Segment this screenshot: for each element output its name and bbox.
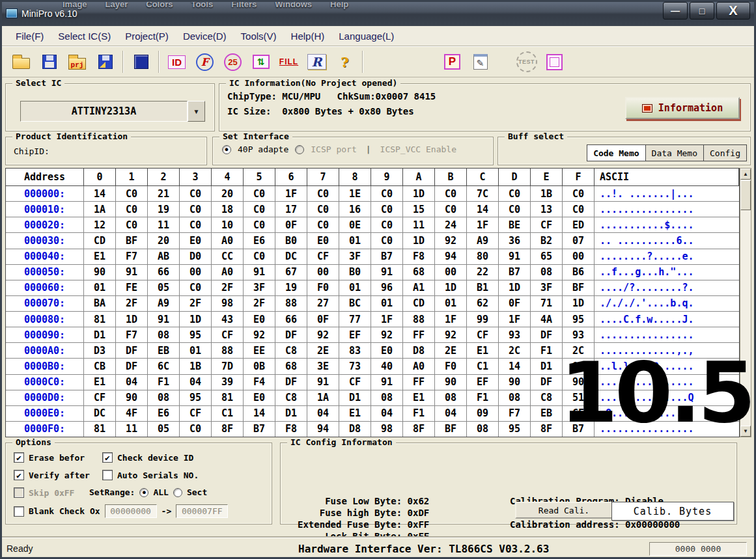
hex-byte[interactable]: 91 — [499, 249, 531, 264]
hex-byte[interactable]: A9 — [148, 296, 180, 311]
hex-byte[interactable]: B7 — [244, 422, 275, 437]
hex-byte[interactable]: 00 — [435, 265, 467, 280]
hex-byte[interactable]: 94 — [435, 249, 467, 264]
hex-byte[interactable]: 90 — [84, 265, 116, 280]
hex-byte[interactable]: 27 — [307, 296, 339, 311]
menu-item[interactable]: Project(P) — [118, 27, 176, 45]
buffer-tab[interactable]: Code Memo — [587, 144, 645, 161]
hex-byte[interactable]: CD — [403, 296, 435, 311]
hex-byte[interactable]: 1D — [403, 233, 435, 248]
hex-byte[interactable]: 11 — [148, 217, 180, 232]
hex-byte[interactable]: 95 — [499, 422, 531, 437]
hex-byte[interactable]: 96 — [371, 280, 403, 295]
hex-byte[interactable]: 92 — [435, 327, 467, 342]
hex-byte[interactable]: E1 — [339, 406, 371, 421]
hex-byte[interactable]: D8 — [403, 343, 435, 358]
hex-byte[interactable]: 2F — [116, 296, 148, 311]
hex-address[interactable]: 000040: — [6, 249, 84, 264]
hex-byte[interactable]: E1 — [84, 375, 116, 390]
hex-byte[interactable]: 2F — [212, 280, 244, 295]
hex-byte[interactable]: 92 — [307, 327, 339, 342]
hex-byte[interactable]: ED — [563, 217, 595, 232]
hex-byte[interactable]: C0 — [180, 186, 212, 201]
hex-byte[interactable]: 20 — [148, 233, 180, 248]
hex-byte[interactable]: B6 — [563, 265, 595, 280]
hex-byte[interactable]: 1B — [531, 186, 563, 201]
hex-byte[interactable]: 98 — [371, 422, 403, 437]
hex-address[interactable]: 000050: — [6, 265, 84, 280]
hex-byte[interactable]: 3F — [339, 249, 371, 264]
hex-byte[interactable]: 8F — [212, 422, 244, 437]
hex-byte[interactable]: 07 — [563, 233, 595, 248]
hex-byte[interactable]: C0 — [244, 202, 275, 217]
hex-byte[interactable]: C0 — [180, 422, 212, 437]
hex-byte[interactable]: C0 — [180, 202, 212, 217]
hex-byte[interactable]: 05 — [148, 280, 180, 295]
hex-byte[interactable]: 04 — [371, 406, 403, 421]
hex-byte[interactable]: CB — [84, 359, 116, 374]
hex-byte[interactable]: DF — [116, 359, 148, 374]
hex-byte[interactable]: DF — [531, 327, 563, 342]
hex-byte[interactable]: 93 — [563, 327, 595, 342]
hex-byte[interactable]: 83 — [339, 343, 371, 358]
hex-byte[interactable]: F1 — [467, 390, 499, 405]
device-button[interactable] — [127, 48, 155, 75]
check-device-id-checkbox[interactable]: ✔ — [102, 452, 113, 463]
hex-byte[interactable]: D8 — [339, 422, 371, 437]
hex-byte[interactable]: 95 — [180, 390, 212, 405]
open-project-button[interactable]: prj — [63, 48, 91, 75]
hex-byte[interactable]: C1 — [212, 406, 244, 421]
hex-byte[interactable]: DC — [275, 249, 307, 264]
hex-byte[interactable]: F0 — [307, 280, 339, 295]
hex-byte[interactable]: 7C — [467, 186, 499, 201]
hex-byte[interactable]: 1D — [499, 280, 531, 295]
hex-byte[interactable]: E0 — [307, 233, 339, 248]
hex-byte[interactable]: 17 — [275, 202, 307, 217]
skip-0xff-checkbox[interactable] — [14, 487, 24, 498]
hex-byte[interactable]: 98 — [212, 296, 244, 311]
hex-byte[interactable]: 88 — [403, 312, 435, 327]
hex-byte[interactable]: 1D — [403, 186, 435, 201]
hex-address[interactable]: 0000C0: — [6, 375, 84, 390]
hex-byte[interactable]: 00 — [307, 265, 339, 280]
range-sect-radio[interactable] — [173, 488, 182, 497]
hex-byte[interactable]: F1 — [403, 406, 435, 421]
hex-address[interactable]: 000090: — [6, 327, 84, 342]
hex-byte[interactable]: C0 — [435, 186, 467, 201]
hex-byte[interactable]: 1B — [180, 359, 212, 374]
hex-byte[interactable]: 08 — [499, 390, 531, 405]
menu-item[interactable]: Help(H) — [284, 27, 332, 45]
hex-byte[interactable]: 14 — [84, 186, 116, 201]
hex-address[interactable]: 0000A0: — [6, 343, 84, 358]
hex-byte[interactable]: CF — [467, 327, 499, 342]
hex-address[interactable]: 0000F0: — [6, 422, 84, 437]
hex-byte[interactable]: 12 — [84, 217, 116, 232]
hex-byte[interactable]: CF — [212, 327, 244, 342]
hex-byte[interactable]: B7 — [371, 249, 403, 264]
hex-byte[interactable]: 3E — [307, 359, 339, 374]
hex-byte[interactable]: CC — [212, 249, 244, 264]
hex-byte[interactable]: E0 — [180, 233, 212, 248]
hex-byte[interactable]: 2F — [180, 296, 212, 311]
hex-byte[interactable]: 08 — [371, 390, 403, 405]
hex-byte[interactable]: 1F — [499, 312, 531, 327]
hex-byte[interactable]: 14 — [244, 406, 275, 421]
hex-byte[interactable]: 80 — [467, 249, 499, 264]
hex-byte[interactable]: 88 — [212, 343, 244, 358]
hex-byte[interactable]: 77 — [339, 312, 371, 327]
menu-item[interactable]: Device(D) — [176, 27, 234, 45]
hex-byte[interactable]: 1F — [467, 217, 499, 232]
hex-byte[interactable]: C0 — [371, 233, 403, 248]
hex-byte[interactable]: 43 — [212, 312, 244, 327]
hex-byte[interactable]: C0 — [371, 217, 403, 232]
hex-byte[interactable]: 68 — [403, 265, 435, 280]
hex-address[interactable]: 000010: — [6, 202, 84, 217]
hex-address[interactable]: 000000: — [6, 186, 84, 201]
hex-byte[interactable]: E1 — [403, 390, 435, 405]
hex-byte[interactable]: F7 — [116, 249, 148, 264]
range-from-input[interactable] — [105, 504, 157, 518]
hex-address[interactable]: 0000B0: — [6, 359, 84, 374]
hex-byte[interactable]: C8 — [275, 343, 307, 358]
hex-byte[interactable]: 11 — [116, 422, 148, 437]
hex-byte[interactable]: A0 — [403, 359, 435, 374]
